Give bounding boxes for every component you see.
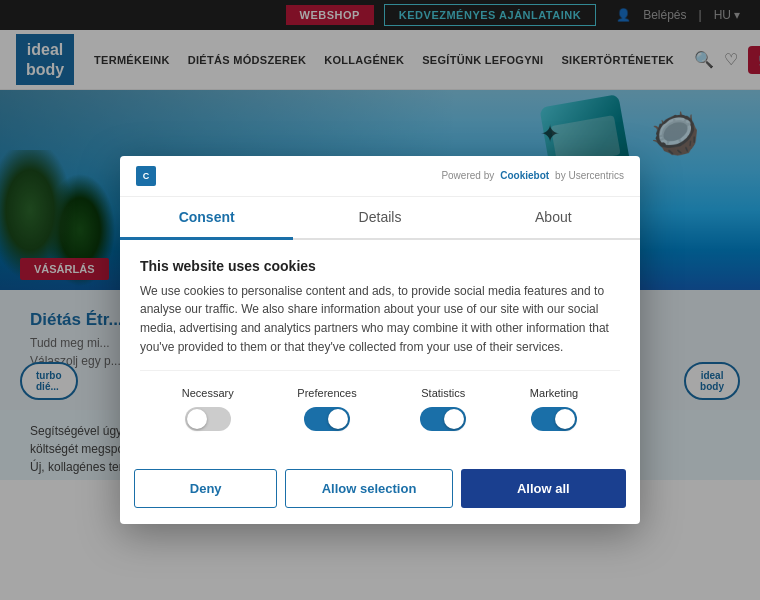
toggle-marketing-knob [555, 409, 575, 429]
toggle-statistics-knob [444, 409, 464, 429]
cookie-modal-body: This website uses cookies We use cookies… [120, 240, 640, 459]
modal-buttons: Deny Allow selection Allow all [120, 459, 640, 524]
modal-overlay: C Powered by Cookiebot by Usercentrics C… [0, 0, 760, 600]
toggle-statistics-label: Statistics [421, 387, 465, 399]
cookie-title: This website uses cookies [140, 258, 620, 274]
tab-details[interactable]: Details [293, 197, 466, 240]
allow-selection-button[interactable]: Allow selection [285, 469, 452, 508]
cookiebot-icon: C [136, 166, 156, 186]
toggle-statistics-switch[interactable] [420, 407, 466, 431]
toggle-necessary-switch[interactable] [185, 407, 231, 431]
tab-consent[interactable]: Consent [120, 197, 293, 240]
allow-all-button[interactable]: Allow all [461, 469, 626, 508]
cookie-tabs: Consent Details About [120, 197, 640, 240]
toggle-preferences: Preferences [297, 387, 356, 431]
cookie-modal: C Powered by Cookiebot by Usercentrics C… [120, 156, 640, 524]
toggle-marketing-switch[interactable] [531, 407, 577, 431]
toggle-preferences-label: Preferences [297, 387, 356, 399]
tab-about[interactable]: About [467, 197, 640, 240]
cookiebot-label: Cookiebot [500, 170, 549, 181]
toggle-preferences-knob [328, 409, 348, 429]
toggle-necessary: Necessary [182, 387, 234, 431]
by-usercentrics-label: by Usercentrics [555, 170, 624, 181]
toggle-preferences-switch[interactable] [304, 407, 350, 431]
cookiebot-branding: Powered by Cookiebot by Usercentrics [441, 170, 624, 181]
toggle-marketing: Marketing [530, 387, 578, 431]
toggle-necessary-knob [187, 409, 207, 429]
toggle-statistics: Statistics [420, 387, 466, 431]
toggle-necessary-label: Necessary [182, 387, 234, 399]
cookie-description: We use cookies to personalise content an… [140, 282, 620, 356]
powered-by-label: Powered by [441, 170, 494, 181]
toggles-row: Necessary Preferences Statistics [140, 370, 620, 441]
modal-header: C Powered by Cookiebot by Usercentrics [120, 156, 640, 197]
deny-button[interactable]: Deny [134, 469, 277, 508]
toggle-marketing-label: Marketing [530, 387, 578, 399]
